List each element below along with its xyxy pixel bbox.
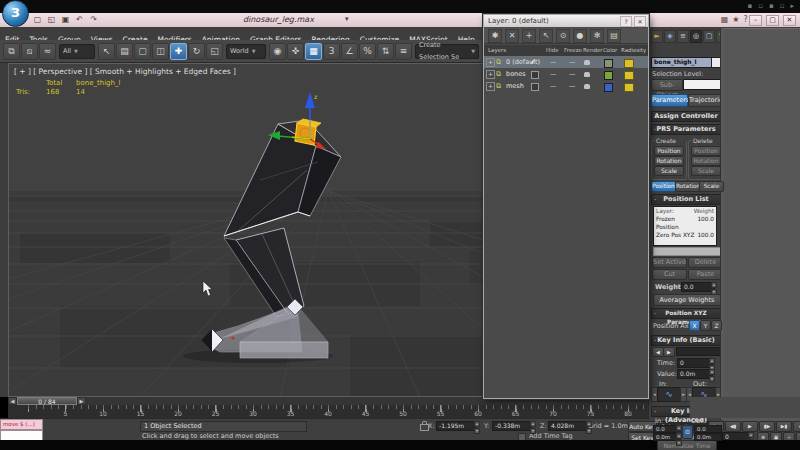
layer-name[interactable]: mesh bbox=[506, 80, 524, 92]
viewport-label[interactable]: [ + ] [ Perspective ] [ Smooth + Highlig… bbox=[14, 67, 236, 76]
minimize-button[interactable]: – bbox=[749, 15, 762, 26]
adv-in-spinner-1[interactable] bbox=[676, 433, 682, 446]
subobject-button[interactable]: Sub-Object bbox=[651, 79, 683, 91]
reference-coordinate-dropdown[interactable]: World▼ bbox=[226, 44, 266, 59]
track-scale-button[interactable]: Scale bbox=[699, 181, 724, 192]
track-rotation-button[interactable]: Rotation bbox=[675, 181, 700, 192]
render-toggle-icon[interactable] bbox=[584, 84, 590, 89]
adv-out-field-0[interactable]: 0.0 bbox=[694, 425, 722, 433]
freeze-toggle[interactable]: — bbox=[569, 80, 576, 92]
spinner-snap-icon[interactable]: ⇅ bbox=[377, 43, 394, 60]
expand-icon[interactable]: + bbox=[486, 82, 495, 91]
coord-field-y[interactable]: -0.338m bbox=[492, 421, 532, 431]
tab-hierarchy-icon[interactable]: ≡ bbox=[677, 30, 689, 43]
layer-row-mesh[interactable]: +⧉mesh—— bbox=[484, 80, 648, 92]
rollout-position-list[interactable]: -Position List bbox=[651, 194, 721, 205]
3dsmax-logo-icon[interactable]: 3 bbox=[2, 0, 29, 27]
select-and-rotate-icon[interactable]: ↻ bbox=[188, 43, 205, 60]
value-field[interactable]: 0.0m bbox=[677, 369, 713, 379]
workspaces-icon[interactable]: ▦ bbox=[721, 15, 729, 24]
value-spinner[interactable] bbox=[709, 369, 715, 382]
help-icon[interactable]: ? bbox=[744, 15, 748, 24]
layer-help-button[interactable]: ? bbox=[620, 16, 632, 27]
freeze-toggle[interactable]: — bbox=[569, 56, 576, 68]
adv-out-field-1[interactable]: 0.0m bbox=[694, 433, 722, 441]
time-field[interactable]: 0 bbox=[677, 358, 713, 368]
position-list-box[interactable]: Layer:Weight Frozen Position100.0Zero Po… bbox=[653, 206, 717, 246]
time-slider-prev-arrow[interactable]: ◀ bbox=[8, 397, 17, 405]
hide-toggle[interactable]: — bbox=[550, 56, 557, 68]
next-frame-button[interactable]: ▮▶ bbox=[759, 421, 775, 432]
in-tangent-button[interactable]: ∿ bbox=[657, 387, 681, 402]
layer-row-bones[interactable]: +⧉bones—— bbox=[484, 68, 648, 80]
key-number-field[interactable] bbox=[676, 347, 725, 356]
weight-field[interactable]: 0.0 bbox=[681, 282, 715, 292]
expand-icon[interactable]: + bbox=[486, 58, 495, 67]
coord-field-x[interactable]: -1.195m bbox=[436, 421, 476, 431]
maxscript-macro-recorder[interactable]: move $ (...) bbox=[0, 419, 43, 430]
save-file-icon[interactable]: ▣ bbox=[60, 14, 71, 25]
delete-layer-icon[interactable]: ✕ bbox=[505, 29, 519, 43]
expand-icon[interactable]: + bbox=[486, 70, 495, 79]
layer-name[interactable]: bones bbox=[506, 68, 526, 80]
radiosity-toggle-icon[interactable] bbox=[624, 83, 634, 92]
layer-color-swatch[interactable] bbox=[604, 59, 613, 68]
rollout-key-info-basic[interactable]: -Key Info (Basic) bbox=[651, 335, 721, 346]
add-to-layer-icon[interactable]: + bbox=[522, 29, 536, 43]
keyboard-override-icon[interactable]: ▦ bbox=[305, 43, 322, 60]
axis-x-button[interactable]: X bbox=[689, 320, 700, 331]
hide-toggle[interactable]: — bbox=[550, 80, 557, 92]
create-key-position-button[interactable]: Position bbox=[654, 146, 684, 156]
set-current-radio[interactable] bbox=[531, 83, 539, 91]
percent-snap-icon[interactable]: % bbox=[359, 43, 376, 60]
coord-field-z[interactable]: 4.028m bbox=[548, 421, 588, 431]
average-weights-button[interactable]: Average Weights bbox=[653, 294, 721, 306]
freeze-layer-icon[interactable]: ✻ bbox=[590, 29, 604, 43]
rollout-assign-controller[interactable]: +Assign Controller bbox=[651, 111, 721, 122]
coord-spinner-z[interactable] bbox=[586, 421, 592, 434]
tab-create-icon[interactable]: ► bbox=[651, 30, 663, 43]
create-key-scale-button[interactable]: Scale bbox=[654, 166, 684, 176]
play-button[interactable]: ▶ bbox=[742, 421, 758, 432]
set-active-button[interactable]: Set Active bbox=[652, 257, 687, 268]
key-mode-toggle-button[interactable]: ◆ bbox=[793, 421, 800, 432]
time-slider-next-arrow[interactable]: ▶ bbox=[77, 397, 86, 405]
track-position-button[interactable]: Position bbox=[651, 181, 676, 192]
select-by-name-icon[interactable]: ▤ bbox=[116, 43, 133, 60]
track-bar[interactable]: 5101520253035404550556065707580 bbox=[8, 405, 690, 419]
select-and-link-icon[interactable]: ⧉ bbox=[3, 43, 20, 60]
unlink-selection-icon[interactable]: ⧅ bbox=[21, 43, 38, 60]
bind-to-spacewarp-icon[interactable]: ≈ bbox=[39, 43, 56, 60]
window-crossing-icon[interactable]: ◫ bbox=[152, 43, 169, 60]
cut-button[interactable]: Cut bbox=[652, 269, 687, 280]
tab-motion-icon[interactable]: ◎ bbox=[690, 30, 702, 43]
layer-close-button[interactable]: ✕ bbox=[634, 16, 646, 27]
selection-filter-dropdown[interactable]: All▼ bbox=[59, 44, 95, 59]
time-slider-handle[interactable]: 0 / 84 bbox=[17, 397, 77, 405]
maximize-button[interactable]: ▢ bbox=[766, 15, 779, 26]
tab-display-icon[interactable]: ▢ bbox=[703, 30, 715, 43]
delete-key-rotation-button[interactable]: Rotation bbox=[691, 156, 721, 166]
trajectories-button[interactable]: Trajectories bbox=[688, 94, 723, 107]
angle-snap-icon[interactable]: ∠ bbox=[341, 43, 358, 60]
delete-button[interactable]: Delete bbox=[688, 257, 723, 268]
rollout-position-xyz-parameters[interactable]: -Position XYZ Parameters bbox=[651, 308, 721, 319]
normalize-time-button[interactable]: Normalize Time bbox=[657, 440, 717, 450]
named-selection-sets-icon[interactable]: ≡ bbox=[395, 43, 412, 60]
layer-properties-icon[interactable]: ▤ bbox=[607, 29, 621, 43]
select-and-manipulate-icon[interactable]: ✜ bbox=[287, 43, 304, 60]
selection-region-icon[interactable]: ▢ bbox=[134, 43, 151, 60]
new-layer-icon[interactable]: ✱ bbox=[488, 29, 502, 43]
previous-frame-button[interactable]: ◀▮ bbox=[725, 421, 741, 432]
redo-icon[interactable]: ↷ bbox=[88, 14, 99, 25]
title-caret-icon[interactable]: ▾ bbox=[345, 15, 349, 23]
select-and-move-icon[interactable]: ✚ bbox=[170, 43, 187, 60]
axis-z-button[interactable]: Z bbox=[711, 320, 722, 331]
paste-button[interactable]: Paste bbox=[688, 269, 723, 280]
layer-color-swatch[interactable] bbox=[604, 83, 613, 92]
delete-key-position-button[interactable]: Position bbox=[691, 146, 721, 156]
snap-toggle-3d-icon[interactable]: 3 bbox=[323, 43, 340, 60]
current-layer-check-icon[interactable]: ✓ bbox=[530, 56, 536, 68]
coord-spinner-y[interactable] bbox=[530, 421, 536, 434]
select-and-scale-icon[interactable]: ◱ bbox=[206, 43, 223, 60]
